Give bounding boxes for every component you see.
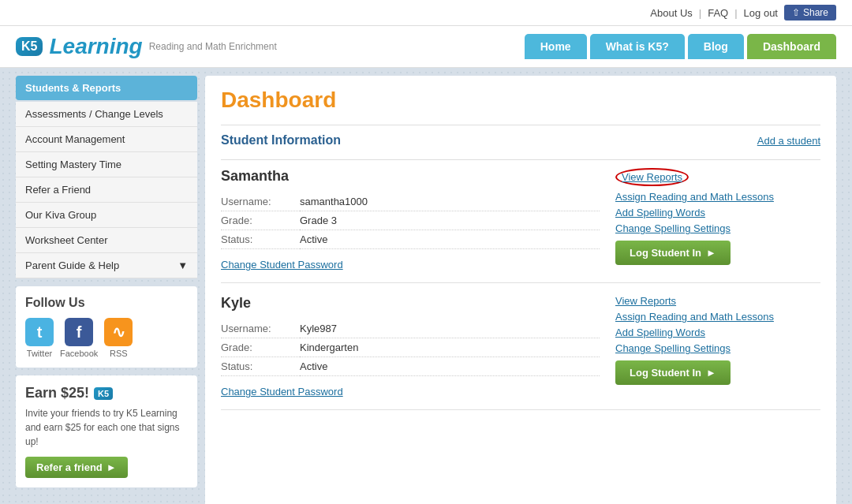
logout-link[interactable]: Log out	[744, 7, 778, 19]
username-value-k: Kyle987	[300, 319, 600, 338]
facebook-wrap[interactable]: f Facebook	[60, 318, 98, 358]
change-spelling-kyle[interactable]: Change Spelling Settings	[615, 342, 820, 354]
sidebar-item-mastery[interactable]: Setting Mastery Time	[16, 152, 197, 177]
k5-badge: K5	[94, 387, 113, 400]
chevron-right-icon: ►	[106, 461, 117, 473]
status-value-s: Active	[300, 230, 600, 249]
follow-us-box: Follow Us t Twitter f Facebook ∿ RSS	[16, 286, 197, 368]
logo-name: Learning	[49, 34, 142, 59]
username-value-s: samantha1000	[300, 192, 600, 211]
view-reports-samantha[interactable]: View Reports	[615, 168, 689, 186]
earn-text: Invite your friends to try K5 Learning a…	[25, 406, 188, 449]
sidebar-item-kiva[interactable]: Our Kiva Group	[16, 203, 197, 228]
rss-wrap[interactable]: ∿ RSS	[104, 318, 133, 358]
log-in-kyle[interactable]: Log Student In ►	[615, 360, 731, 385]
earn-title: Earn $25! K5	[25, 385, 188, 401]
sidebar: Students & Reports Assessments / Change …	[16, 76, 197, 504]
refer-btn-label: Refer a friend	[36, 461, 103, 473]
student-right-kyle: View Reports Assign Reading and Math Les…	[615, 295, 820, 398]
student-left-samantha: Samantha Username: samantha1000 Grade: G…	[221, 168, 600, 271]
nav-what-is-k5[interactable]: What is K5?	[590, 34, 685, 59]
logo-k5: K5	[21, 40, 37, 53]
follow-us-title: Follow Us	[25, 296, 188, 310]
grade-label-k: Grade:	[221, 338, 300, 357]
sep2: |	[734, 7, 737, 19]
student-info-title: Student Information	[221, 133, 341, 147]
rss-label: RSS	[110, 349, 128, 358]
divider-students	[221, 159, 820, 160]
sidebar-item-worksheet[interactable]: Worksheet Center	[16, 228, 197, 253]
change-pw-kyle[interactable]: Change Student Password	[221, 386, 343, 398]
student-name-samantha: Samantha	[221, 168, 600, 185]
change-spelling-samantha[interactable]: Change Spelling Settings	[615, 222, 820, 234]
student-card-kyle: Kyle Username: Kyle987 Grade: Kindergart…	[221, 295, 820, 410]
sidebar-item-assessments[interactable]: Assessments / Change Levels	[16, 102, 197, 127]
faq-link[interactable]: FAQ	[708, 7, 728, 19]
sidebar-item-account[interactable]: Account Management	[16, 127, 197, 152]
add-spelling-samantha[interactable]: Add Spelling Words	[615, 207, 820, 218]
about-us-link[interactable]: About Us	[650, 7, 692, 19]
log-in-samantha[interactable]: Log Student In ►	[615, 241, 731, 265]
earn-box: Earn $25! K5 Invite your friends to try …	[16, 375, 197, 487]
student-fields-kyle: Username: Kyle987 Grade: Kindergarten St…	[221, 319, 600, 376]
sidebar-item-parent-guide[interactable]: Parent Guide & Help ▼	[16, 253, 197, 278]
student-info-header: Student Information Add a student	[221, 133, 820, 147]
nav-blog[interactable]: Blog	[688, 34, 744, 59]
facebook-icon[interactable]: f	[65, 318, 93, 346]
refer-friend-button[interactable]: Refer a friend ►	[25, 457, 128, 478]
username-label-s: Username:	[221, 192, 300, 211]
logo-area: K5 Learning Reading and Math Enrichment	[16, 34, 525, 59]
arrow-right-icon-k: ►	[706, 367, 716, 379]
nav-dashboard[interactable]: Dashboard	[747, 34, 836, 59]
add-spelling-kyle[interactable]: Add Spelling Words	[615, 327, 820, 338]
divider-top	[221, 125, 820, 125]
twitter-label: Twitter	[27, 349, 52, 358]
student-card-samantha: Samantha Username: samantha1000 Grade: G…	[221, 168, 820, 283]
nav-home[interactable]: Home	[525, 34, 587, 59]
twitter-wrap[interactable]: t Twitter	[25, 318, 54, 358]
share-icon: ⇧	[792, 7, 800, 18]
sidebar-item-refer[interactable]: Refer a Friend	[16, 177, 197, 203]
assign-lessons-samantha[interactable]: Assign Reading and Math Lessons	[615, 191, 820, 203]
page-title: Dashboard	[221, 88, 820, 113]
rss-icon[interactable]: ∿	[104, 318, 133, 346]
grade-value-s: Grade 3	[300, 211, 600, 230]
header: K5 Learning Reading and Math Enrichment …	[0, 26, 852, 68]
student-right-samantha: View Reports Assign Reading and Math Les…	[615, 168, 820, 271]
student-left-kyle: Kyle Username: Kyle987 Grade: Kindergart…	[221, 295, 600, 398]
share-button[interactable]: ⇧ Share	[784, 5, 836, 21]
logo-subtitle: Reading and Math Enrichment	[149, 41, 277, 52]
content-area: Dashboard Student Information Add a stud…	[205, 76, 836, 504]
status-label-s: Status:	[221, 230, 300, 249]
view-reports-kyle[interactable]: View Reports	[615, 295, 820, 307]
add-student-link[interactable]: Add a student	[757, 135, 820, 147]
assign-lessons-kyle[interactable]: Assign Reading and Math Lessons	[615, 311, 820, 323]
twitter-icon[interactable]: t	[25, 318, 54, 346]
facebook-label: Facebook	[60, 349, 98, 358]
sidebar-section-students[interactable]: Students & Reports	[16, 76, 197, 100]
arrow-right-icon: ►	[706, 247, 716, 259]
grade-label-s: Grade:	[221, 211, 300, 230]
nav-tabs: Home What is K5? Blog Dashboard	[525, 34, 836, 59]
student-name-kyle: Kyle	[221, 295, 600, 312]
chevron-down-icon: ▼	[178, 259, 188, 271]
top-bar: About Us | FAQ | Log out ⇧ Share	[0, 0, 852, 26]
status-label-k: Status:	[221, 357, 300, 376]
username-label-k: Username:	[221, 319, 300, 338]
grade-value-k: Kindergarten	[300, 338, 600, 357]
status-value-k: Active	[300, 357, 600, 376]
change-pw-samantha[interactable]: Change Student Password	[221, 259, 343, 271]
main-layout: Students & Reports Assessments / Change …	[8, 68, 844, 504]
social-icons: t Twitter f Facebook ∿ RSS	[25, 318, 188, 358]
logo-box: K5	[16, 37, 43, 56]
student-fields-samantha: Username: samantha1000 Grade: Grade 3 St…	[221, 192, 600, 249]
sep1: |	[699, 7, 701, 19]
